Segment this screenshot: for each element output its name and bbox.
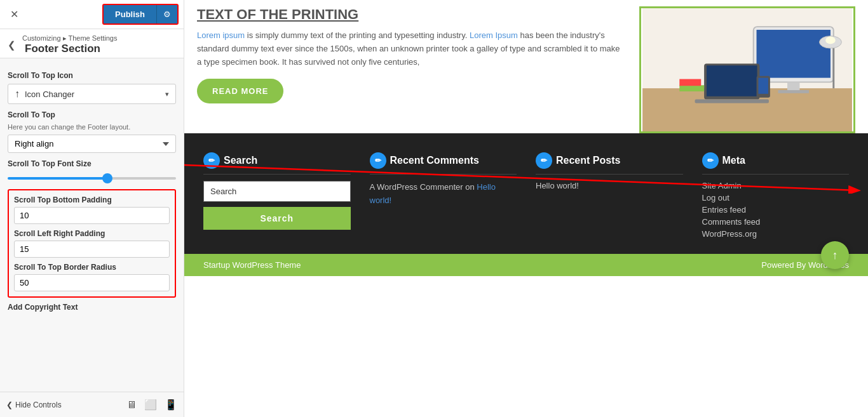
scroll-top-border-radius-group: Scroll To Top Border Radius [14,263,170,291]
article-body: Lorem ipsum is simply dummy text of the … [197,29,627,69]
top-bar: ✕ Publish ⚙ [0,0,184,29]
hide-controls-label: Hide Controls [15,400,62,409]
footer-dark: ✏ Search Search ✏ Recent Comments A Word… [184,133,868,254]
scroll-helper-text: Here you can change the Footer layout. [8,123,176,131]
article-title: TEXT OF THE PRINTING [197,6,627,23]
footer-search-title: ✏ Search [203,152,351,175]
meta-site-admin: Site Admin [702,181,850,190]
breadcrumb-title: Footer Section [22,43,117,55]
scroll-left-right-padding-input[interactable] [14,241,170,258]
scroll-to-top-section: Scroll To Top Here you can change the Fo… [8,110,176,159]
hide-controls-button[interactable]: ❮ Hide Controls [6,400,62,409]
copyright-left: Startup WordPress Theme [203,260,301,270]
scroll-left-right-padding-label: Scroll Left Right Padding [14,229,170,238]
posts-pencil-icon: ✏ [536,152,552,169]
scroll-top-bottom-padding-input[interactable] [14,207,170,224]
close-button[interactable]: ✕ [5,6,24,23]
svg-rect-10 [758,78,768,94]
scroll-left-right-padding-group: Scroll Left Right Padding [14,229,170,258]
align-dropdown[interactable]: Right align Left align Center align [8,135,176,153]
svg-rect-7 [707,65,757,96]
main-content: TEXT OF THE PRINTING Lorem ipsum is simp… [184,0,868,417]
customizer-panel: ✕ Publish ⚙ ❮ Customizing ▸ Theme Settin… [0,0,184,417]
footer-recent-comments-title: ✏ Recent Comments [370,152,517,175]
meta-pencil-icon: ✏ [702,152,719,169]
slider-container [8,172,176,182]
caret-down-icon: ▾ [165,90,169,98]
panel-content: Scroll To Top Icon ↑ Icon Changer ▾ Scro… [0,58,184,392]
footer-recent-posts-title: ✏ Recent Posts [536,152,683,175]
svg-rect-4 [787,82,799,91]
preview-panel: TEXT OF THE PRINTING Lorem ipsum is simp… [184,0,868,417]
padding-border-section: Scroll Top Bottom Padding Scroll Left Ri… [8,189,176,298]
comments-pencil-icon: ✏ [370,152,386,169]
article-image [639,6,855,133]
up-arrow-icon: ↑ [15,88,20,100]
footer-search-col: ✏ Search Search [203,152,351,241]
mobile-icon[interactable]: 📱 [165,399,177,411]
article-link2: Lorem Ipsum [470,30,518,40]
icon-changer-row[interactable]: ↑ Icon Changer ▾ [8,84,176,104]
footer-meta-col: ✏ Meta Site Admin Log out Entries feed C… [702,152,850,241]
footer-recent-posts-col: ✏ Recent Posts Hello world! [536,152,683,241]
scroll-to-top-icon-label: Scroll To Top Icon [8,71,176,80]
footer-search-button[interactable]: Search [203,207,351,230]
meta-entries-feed: Entries feed [702,205,850,215]
footer-search-input[interactable] [203,181,351,202]
footer-comment-text: A WordPress Commenter on Hello world! [370,181,517,208]
font-size-label: Scroll To Top Font Size [8,159,176,168]
svg-rect-3 [757,30,831,78]
copyright-section: Add Copyright Text [8,303,176,312]
gear-button[interactable]: ⚙ [156,5,177,23]
scroll-top-border-radius-label: Scroll To Top Border Radius [14,263,170,272]
device-icons: 🖥 ⬜ 📱 [126,399,177,411]
breadcrumb-area: ❮ Customizing ▸ Theme Settings Footer Se… [0,29,184,58]
scroll-top-bottom-padding-group: Scroll Top Bottom Padding [14,195,170,224]
svg-rect-12 [679,79,701,86]
bottom-bar: ❮ Hide Controls 🖥 ⬜ 📱 [0,392,184,417]
back-button[interactable]: ❮ [8,39,16,51]
scroll-to-top-button[interactable]: ↑ [821,241,849,269]
left-chevron-icon: ❮ [6,400,13,409]
search-pencil-icon: ✏ [203,152,220,169]
meta-log-out: Log out [702,193,850,202]
scroll-top-bottom-padding-label: Scroll Top Bottom Padding [14,195,170,204]
publish-button[interactable]: Publish [104,5,156,23]
scroll-to-top-label: Scroll To Top [8,110,176,119]
scroll-top-border-radius-input[interactable] [14,274,170,291]
publish-area: Publish ⚙ [102,4,179,25]
font-size-slider[interactable] [8,177,176,180]
footer-recent-comments-col: ✏ Recent Comments A WordPress Commenter … [370,152,517,241]
svg-rect-5 [778,90,810,93]
tablet-icon[interactable]: ⬜ [144,399,157,411]
article-link: Lorem ipsum [197,30,245,40]
svg-rect-11 [679,85,704,91]
article-text: TEXT OF THE PRINTING Lorem ipsum is simp… [197,6,627,133]
desktop-icon[interactable]: 🖥 [126,399,137,411]
meta-wordpress-org: WordPress.org [702,229,850,239]
meta-comments-feed: Comments feed [702,217,850,227]
breadcrumb-path: Customizing ▸ Theme Settings [22,34,117,43]
footer-wrapper: ✏ Search Search ✏ Recent Comments A Word… [184,133,868,276]
footer-post-item: Hello world! [536,181,683,190]
svg-point-15 [825,37,836,44]
read-more-button[interactable]: READ MORE [197,79,283,103]
icon-changer-label: Icon Changer [25,89,160,99]
footer-meta-title: ✏ Meta [702,152,850,175]
footer-green-bar: Startup WordPress Theme ↑ Powered By Wor… [184,254,868,276]
article-area: TEXT OF THE PRINTING Lorem ipsum is simp… [184,0,868,133]
svg-rect-8 [695,100,769,103]
